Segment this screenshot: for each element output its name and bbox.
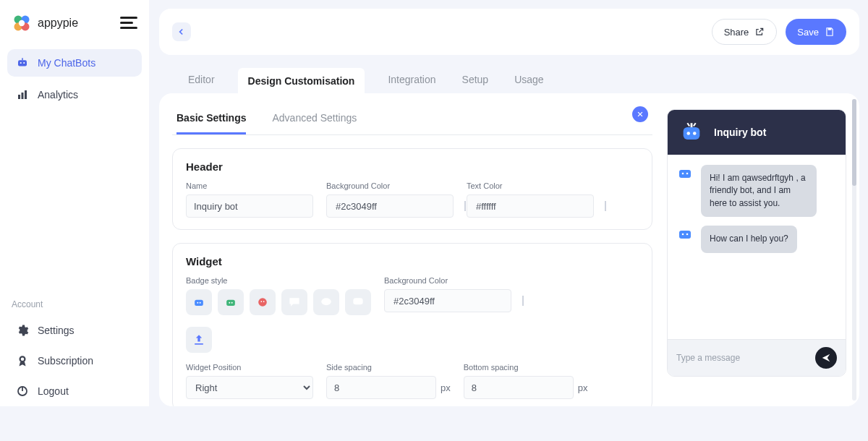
main-area: Share Save Editor Design Customisation I… — [149, 0, 868, 406]
share-icon — [754, 27, 765, 37]
text-color-label: Text Color — [467, 181, 594, 190]
sidebar-item-analytics[interactable]: Analytics — [7, 81, 142, 108]
px-suffix: px — [441, 382, 451, 393]
svg-rect-11 — [25, 90, 27, 99]
brand[interactable]: appypie — [12, 13, 78, 33]
svg-rect-5 — [18, 60, 27, 66]
svg-rect-29 — [353, 298, 362, 304]
svg-rect-40 — [679, 231, 691, 239]
header-bg-swatch[interactable] — [464, 201, 466, 211]
name-label: Name — [186, 181, 313, 190]
sidebar-item-subscription[interactable]: Subscription — [7, 346, 142, 376]
work-panel: Basic Settings Advanced Settings Header … — [159, 93, 859, 406]
preview-column: Inquiry bot Hi! I am qawsedrftgyh , a fr… — [667, 106, 846, 406]
badge-upload-button[interactable] — [186, 327, 212, 353]
widget-bg-swatch[interactable] — [522, 296, 524, 306]
sidebar-item-chatbots[interactable]: My ChatBots — [7, 49, 142, 77]
tab-editor[interactable]: Editor — [185, 68, 218, 93]
back-button[interactable] — [172, 22, 191, 41]
svg-rect-10 — [22, 93, 24, 99]
px-suffix: px — [578, 382, 588, 393]
svg-point-26 — [261, 301, 263, 302]
svg-point-21 — [200, 302, 201, 304]
bot-avatar-icon — [676, 165, 694, 182]
save-button[interactable]: Save — [786, 19, 846, 45]
subtab-advanced[interactable]: Advanced Settings — [272, 106, 357, 134]
svg-point-27 — [263, 301, 265, 302]
side-spacing-label: Side spacing — [326, 363, 451, 372]
message-bubble: Hi! I am qawsedrftgyh , a friendly bot, … — [701, 165, 817, 217]
power-icon — [16, 385, 29, 398]
svg-rect-37 — [679, 170, 691, 178]
widget-position-select[interactable]: Right — [186, 376, 313, 399]
svg-point-28 — [321, 298, 331, 305]
preview-header: Inquiry bot — [668, 110, 846, 155]
sidebar-item-label: My ChatBots — [38, 57, 95, 69]
svg-point-23 — [229, 302, 230, 304]
chat-preview: Inquiry bot Hi! I am qawsedrftgyh , a fr… — [667, 109, 846, 377]
widget-bg-color-input[interactable] — [384, 289, 511, 312]
preview-bot-avatar-icon — [679, 120, 704, 145]
brand-name: appypie — [38, 17, 78, 30]
preview-input-placeholder[interactable]: Type a message — [676, 353, 808, 363]
subtab-basic[interactable]: Basic Settings — [176, 106, 246, 134]
sidebar-item-logout[interactable]: Logout — [7, 376, 142, 406]
close-panel-button[interactable] — [632, 106, 648, 122]
sidebar-item-label: Subscription — [38, 355, 93, 367]
save-icon — [825, 27, 835, 37]
menu-toggle-icon[interactable] — [120, 17, 137, 30]
widget-bg-color-text[interactable] — [392, 295, 516, 307]
svg-rect-31 — [684, 127, 700, 140]
widget-card: Widget Badge style — [172, 243, 652, 406]
badge-option-bubble3[interactable] — [345, 289, 371, 315]
header-card: Header Name Background Color — [172, 148, 652, 230]
svg-point-42 — [686, 234, 689, 236]
badge-icon — [16, 354, 29, 367]
sidebar-item-label: Settings — [38, 325, 75, 336]
svg-line-35 — [687, 123, 689, 126]
side-spacing-input[interactable] — [326, 376, 436, 399]
tab-setup[interactable]: Setup — [459, 68, 492, 93]
preview-message: How can I help you? — [676, 226, 837, 252]
svg-point-41 — [682, 234, 684, 236]
scrollbar[interactable] — [852, 99, 856, 401]
topbar: Share Save — [159, 9, 859, 55]
badge-option-bubble1[interactable] — [281, 289, 307, 315]
widget-position-label: Widget Position — [186, 363, 313, 372]
tab-design[interactable]: Design Customisation — [238, 68, 365, 94]
header-bg-color-input[interactable] — [326, 194, 454, 218]
svg-point-33 — [693, 132, 697, 135]
header-text-color-text[interactable] — [475, 200, 599, 213]
gear-icon — [16, 324, 29, 337]
widget-card-title: Widget — [186, 255, 639, 267]
tab-integration[interactable]: Integration — [385, 68, 438, 93]
badge-option-bubble2[interactable] — [313, 289, 339, 315]
header-text-swatch[interactable] — [605, 201, 606, 211]
badge-option-bot1[interactable] — [186, 289, 212, 315]
svg-rect-19 — [195, 300, 203, 306]
header-bg-color-text[interactable] — [334, 200, 459, 213]
bottom-spacing-input[interactable] — [464, 376, 574, 399]
svg-point-32 — [686, 132, 690, 135]
subtabs: Basic Settings Advanced Settings — [172, 106, 652, 135]
header-name-input[interactable] — [186, 194, 313, 218]
badge-option-bot3[interactable] — [250, 289, 276, 315]
scrollbar-thumb[interactable] — [852, 99, 856, 186]
sidebar-item-label: Analytics — [38, 89, 78, 100]
share-button[interactable]: Share — [712, 19, 778, 45]
send-icon — [821, 353, 831, 363]
badge-style-label: Badge style — [186, 276, 371, 285]
sidebar-item-settings[interactable]: Settings — [7, 315, 142, 346]
svg-point-4 — [19, 20, 25, 26]
preview-footer: Type a message — [668, 339, 846, 376]
chevron-left-icon — [176, 27, 187, 37]
send-button[interactable] — [815, 347, 837, 369]
svg-point-24 — [231, 302, 233, 304]
header-text-color-input[interactable] — [467, 194, 594, 218]
account-nav: Settings Subscription Logout — [7, 315, 142, 406]
close-icon — [637, 111, 644, 118]
badge-option-bot2[interactable] — [218, 289, 244, 315]
page-footer-strip — [0, 406, 868, 441]
tab-usage[interactable]: Usage — [511, 68, 546, 93]
message-bubble: How can I help you? — [701, 226, 797, 252]
